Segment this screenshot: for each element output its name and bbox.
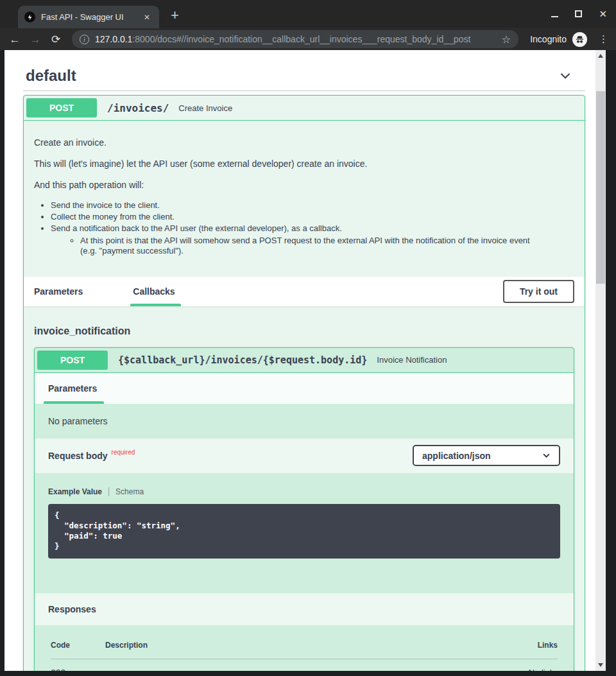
required-flag: required [112, 449, 135, 456]
operation-path: /invoices/ [107, 102, 169, 114]
operation-summary[interactable]: POST /invoices/ Create Invoice [24, 96, 585, 121]
back-button[interactable]: ← [6, 34, 23, 45]
operation-block: POST /invoices/ Create Invoice Create an… [23, 95, 585, 671]
description-sublist: At this point is that the API will someh… [80, 236, 574, 257]
list-item: Send a notification back to the API user… [51, 224, 574, 256]
code-line: "paid": true [55, 531, 554, 541]
example-code-block: { "description": "string", "paid": true … [48, 504, 560, 559]
url-text: 127.0.0.1:8000/docs#//invoice_notificati… [95, 34, 493, 44]
model-example-tabs: Example Value Schema [48, 487, 560, 496]
callback-path: {$callback_url}/invoices/{$request.body.… [118, 354, 367, 366]
response-description: Successful Response [105, 668, 519, 671]
address-bar[interactable]: i 127.0.0.1:8000/docs#//invoice_notifica… [72, 30, 518, 48]
responses-table: Code Description Links 200 Successful Re… [35, 625, 574, 671]
response-code: 200 [51, 668, 105, 671]
tab-divider [108, 487, 109, 496]
description-paragraph: And this path operation will: [34, 180, 574, 190]
responses-label: Responses [48, 604, 96, 614]
code-line: } [55, 541, 554, 551]
response-row: 200 Successful Response No links [51, 659, 558, 671]
browser-menu-icon[interactable]: ⋮ [599, 33, 608, 45]
column-code: Code [51, 641, 105, 650]
browser-tab-strip: Fast API - Swagger UI ✕ + ✕ [0, 0, 616, 28]
callback-parameters-header: Parameters [35, 373, 574, 404]
bookmark-star-icon[interactable]: ☆ [502, 33, 511, 46]
window-close-button[interactable]: ✕ [599, 9, 607, 19]
tab-parameters[interactable]: Parameters [34, 286, 83, 297]
chevron-down-icon[interactable] [558, 69, 572, 83]
try-it-out-button[interactable]: Try it out [503, 280, 574, 303]
page-viewport: default POST /invoices/ Create Invoice C… [4, 50, 595, 671]
request-body-header: Request body required application/json [35, 438, 574, 473]
column-links: Links [519, 641, 558, 650]
description-paragraph: This will (let's imagine) let the API us… [34, 159, 574, 169]
fastapi-favicon-icon [24, 12, 35, 22]
tag-section-header[interactable]: default [23, 60, 585, 91]
chevron-down-icon [542, 451, 551, 460]
window-controls: ✕ [551, 7, 607, 20]
media-type-value: application/json [422, 451, 491, 461]
no-parameters-row: No parameters [35, 404, 574, 438]
column-description: Description [105, 641, 519, 650]
active-tab-underline [130, 304, 181, 306]
scrollbar-thumb[interactable] [596, 91, 605, 284]
operation-section-header: Parameters Callbacks Try it out [24, 277, 585, 306]
responses-header: Responses [35, 593, 574, 625]
site-info-icon[interactable]: i [80, 35, 89, 44]
incognito-label: Incognito [530, 34, 567, 44]
media-type-select[interactable]: application/json [413, 445, 560, 466]
scroll-up-icon[interactable] [598, 54, 603, 58]
maximize-button[interactable] [575, 10, 582, 17]
tab-title: Fast API - Swagger UI [41, 12, 135, 22]
tab-schema[interactable]: Schema [116, 487, 144, 496]
response-links: No links [519, 668, 558, 671]
browser-tab[interactable]: Fast API - Swagger UI ✕ [18, 6, 159, 28]
code-line: "description": "string", [55, 521, 554, 531]
browser-toolbar: ← → ⟳ i 127.0.0.1:8000/docs#//invoice_no… [0, 28, 616, 50]
method-badge: POST [26, 98, 97, 117]
operation-summary-text: Create Invoice [178, 103, 232, 113]
description-paragraph: Create an invoice. [34, 137, 574, 148]
tab-close-icon[interactable]: ✕ [141, 12, 153, 23]
list-item: Collect the money from the client. [51, 212, 574, 222]
list-subitem: At this point is that the API will someh… [80, 236, 549, 257]
url-path: :8000/docs#//invoice_notification__callb… [132, 34, 470, 44]
request-body-example-section: Example Value Schema { "description": "s… [35, 473, 574, 593]
forward-button[interactable]: → [27, 34, 44, 45]
code-line: { [55, 510, 554, 521]
new-tab-button[interactable]: + [171, 7, 179, 24]
callback-summary-text: Invoice Notification [377, 355, 447, 365]
callback-operation-block: POST {$callback_url}/invoices/{$request.… [34, 347, 574, 671]
tab-example-value[interactable]: Example Value [48, 487, 102, 496]
incognito-icon [572, 32, 587, 47]
tag-title: default [26, 67, 76, 85]
tab-callbacks[interactable]: Callbacks [133, 286, 175, 297]
callbacks-section: invoice_notification POST {$callback_url… [24, 306, 585, 671]
minimize-button[interactable] [551, 16, 558, 17]
request-body-label: Request body [48, 451, 108, 461]
callback-summary[interactable]: POST {$callback_url}/invoices/{$request.… [35, 348, 574, 373]
scroll-down-icon[interactable] [598, 663, 603, 667]
incognito-indicator: Incognito [530, 32, 587, 47]
tab-parameters[interactable]: Parameters [48, 383, 97, 394]
description-list: Send the invoice to the client. Collect … [51, 201, 574, 256]
callback-name: invoice_notification [34, 325, 574, 337]
list-item: Send the invoice to the client. [51, 201, 574, 211]
url-host: 127.0.0.1 [95, 34, 132, 44]
reload-button[interactable]: ⟳ [47, 34, 64, 45]
operation-description: Create an invoice. This will (let's imag… [24, 121, 585, 277]
responses-table-head: Code Description Links [51, 641, 558, 659]
page-scrollbar[interactable] [595, 50, 606, 671]
method-badge: POST [37, 351, 108, 370]
active-tab-underline [44, 401, 104, 404]
